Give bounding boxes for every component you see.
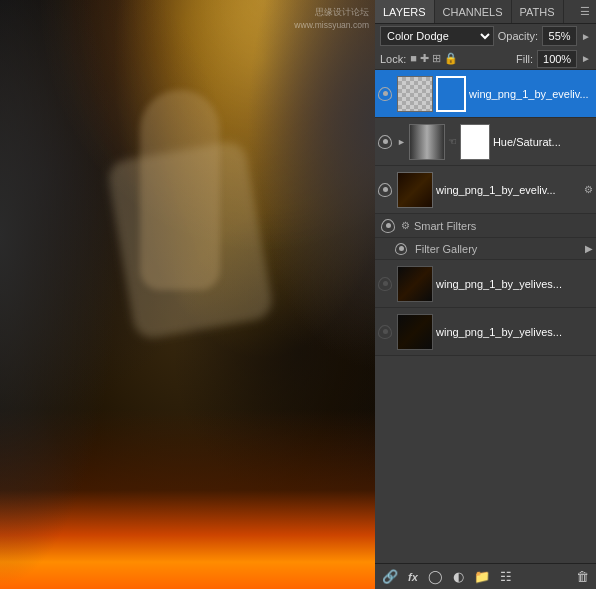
layer-thumbnail [397, 266, 433, 302]
smart-filter-icon: ⚙ [401, 220, 410, 231]
blend-mode-row: Color Dodge Normal Multiply Screen Opaci… [375, 24, 596, 48]
layer-thumbnail [409, 124, 445, 160]
bottom-toolbar: 🔗 fx ◯ ◐ 📁 ☷ 🗑 [375, 563, 596, 589]
lock-pixel-icon[interactable]: ■ [410, 52, 417, 65]
opacity-arrow[interactable]: ► [581, 31, 591, 42]
chain-icon: ☜ [448, 136, 457, 147]
fill-arrow[interactable]: ► [581, 53, 591, 64]
mask-thumbnail [460, 124, 490, 160]
eye-icon[interactable] [378, 183, 394, 197]
smart-filters-label: Smart Filters [414, 220, 476, 232]
lock-all-icon[interactable]: 🔒 [444, 52, 458, 65]
fill-value[interactable]: 100% [537, 50, 577, 68]
smart-filters-row: ⚙ Smart Filters [375, 214, 596, 238]
new-layer-icon[interactable]: ☷ [497, 567, 515, 586]
group-layers-icon[interactable]: 📁 [471, 567, 493, 586]
layer-info: Hue/Saturat... [493, 136, 593, 148]
layer-name: wing_png_1_by_eveliv... [436, 184, 581, 196]
layers-list: wing_png_1_by_eveliv... ► ☜ Hue/Saturat.… [375, 70, 596, 563]
lock-label: Lock: [380, 53, 406, 65]
delete-layer-icon[interactable]: 🗑 [573, 567, 592, 586]
tab-bar: LAYERS CHANNELS PATHS ☰ [375, 0, 596, 24]
layer-row[interactable]: wing_png_1_by_eveliv... [375, 70, 596, 118]
layer-info: wing_png_1_by_eveliv... [469, 88, 593, 100]
layer-name: Hue/Saturat... [493, 136, 593, 148]
eye-icon[interactable] [378, 87, 394, 101]
layer-info: wing_png_1_by_yelives... [436, 278, 593, 290]
layer-info: wing_png_1_by_yelives... [436, 326, 593, 338]
opacity-value[interactable]: 55% [542, 26, 577, 46]
smart-filter-badge-icon: ⚙ [584, 184, 593, 195]
layer-thumbnail [397, 172, 433, 208]
panels-container: LAYERS CHANNELS PATHS ☰ Color Dodge Norm… [375, 0, 596, 589]
filter-gallery-label: Filter Gallery [415, 243, 477, 255]
fx-icon[interactable]: fx [405, 569, 421, 585]
fill-label: Fill: [516, 53, 533, 65]
layer-name: wing_png_1_by_yelives... [436, 326, 593, 338]
tab-layers[interactable]: LAYERS [375, 0, 435, 23]
eye-icon[interactable] [378, 277, 394, 291]
filter-gallery-row: Filter Gallery ▶ [375, 238, 596, 260]
opacity-label: Opacity: [498, 30, 538, 42]
expand-arrow-icon[interactable]: ► [397, 137, 406, 147]
panel-menu-icon[interactable]: ☰ [574, 1, 596, 22]
lock-icons: ■ ✚ ⊞ 🔒 [410, 52, 458, 65]
layer-name: wing_png_1_by_eveliv... [469, 88, 593, 100]
link-layers-icon[interactable]: 🔗 [379, 567, 401, 586]
lock-move-icon[interactable]: ✚ [420, 52, 429, 65]
eye-icon[interactable] [395, 243, 411, 255]
layer-thumbnail [397, 76, 433, 112]
layer-info: wing_png_1_by_eveliv... [436, 184, 581, 196]
layer-row[interactable]: wing_png_1_by_yelives... [375, 308, 596, 356]
eye-icon[interactable] [378, 325, 394, 339]
canvas-area: 思缘设计论坛 www.missyuan.com [0, 0, 375, 589]
layer-thumbnail [397, 314, 433, 350]
blend-mode-select[interactable]: Color Dodge Normal Multiply Screen [380, 26, 494, 46]
filter-settings-icon[interactable]: ▶ [585, 243, 593, 254]
lock-row: Lock: ■ ✚ ⊞ 🔒 Fill: 100% ► [375, 48, 596, 70]
layer-row[interactable]: wing_png_1_by_yelives... [375, 260, 596, 308]
tab-channels[interactable]: CHANNELS [435, 0, 512, 23]
layer-row[interactable]: ► ☜ Hue/Saturat... [375, 118, 596, 166]
tab-paths[interactable]: PATHS [512, 0, 564, 23]
lock-transform-icon[interactable]: ⊞ [432, 52, 441, 65]
add-mask-icon[interactable]: ◯ [425, 567, 446, 586]
adjustment-icon[interactable]: ◐ [450, 567, 467, 586]
eye-icon[interactable] [381, 219, 397, 233]
layer-row[interactable]: wing_png_1_by_eveliv... ⚙ [375, 166, 596, 214]
mask-thumbnail [436, 76, 466, 112]
eye-icon[interactable] [378, 135, 394, 149]
layer-name: wing_png_1_by_yelives... [436, 278, 593, 290]
